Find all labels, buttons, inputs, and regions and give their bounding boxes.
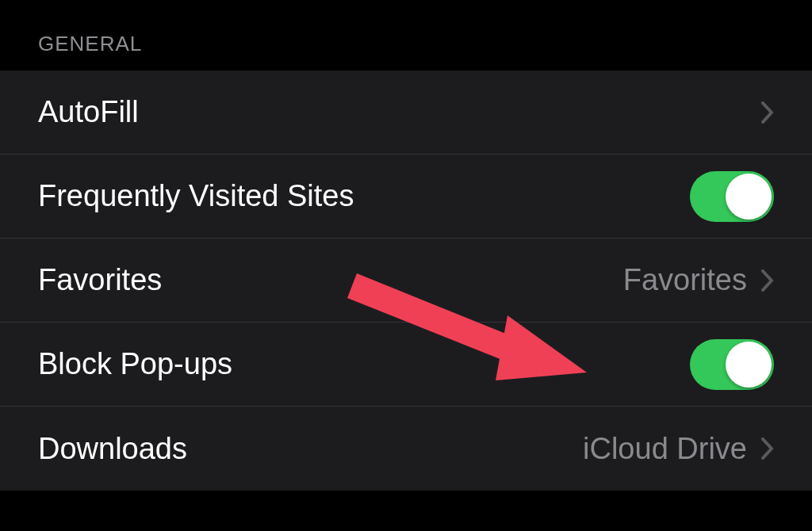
frequently-visited-row: Frequently Visited Sites	[0, 155, 812, 239]
toggle-knob	[726, 342, 772, 388]
favorites-label: Favorites	[38, 263, 162, 297]
downloads-value: iCloud Drive	[583, 432, 747, 466]
section-header-general: General	[0, 0, 812, 71]
downloads-right: iCloud Drive	[583, 432, 774, 466]
chevron-right-icon	[761, 269, 774, 292]
downloads-row[interactable]: Downloads iCloud Drive	[0, 407, 812, 491]
favorites-value: Favorites	[623, 263, 747, 297]
favorites-row[interactable]: Favorites Favorites	[0, 239, 812, 323]
block-popups-toggle[interactable]	[690, 339, 774, 390]
frequently-visited-label: Frequently Visited Sites	[38, 179, 354, 213]
favorites-right: Favorites	[623, 263, 774, 297]
autofill-label: AutoFill	[38, 95, 139, 129]
chevron-right-icon	[761, 101, 774, 124]
settings-list: AutoFill Frequently Visited Sites Favori…	[0, 71, 812, 491]
chevron-right-icon	[761, 437, 774, 460]
downloads-label: Downloads	[38, 432, 187, 466]
block-popups-right	[690, 339, 774, 390]
frequently-visited-toggle[interactable]	[690, 171, 774, 222]
frequently-visited-right	[690, 171, 774, 222]
block-popups-row: Block Pop-ups	[0, 323, 812, 407]
block-popups-label: Block Pop-ups	[38, 347, 232, 381]
autofill-row[interactable]: AutoFill	[0, 71, 812, 155]
autofill-right	[761, 101, 774, 124]
toggle-knob	[726, 174, 772, 220]
